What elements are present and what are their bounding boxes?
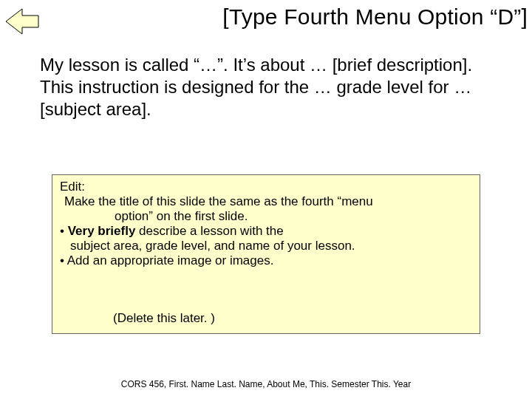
note-bullet: • Add an appropriate image or images. <box>60 253 472 268</box>
footer-text: CORS 456, First. Name Last. Name, About … <box>0 379 532 389</box>
edit-note-box: Edit: Make the title of this slide the s… <box>52 174 480 334</box>
note-text: describe a lesson with the <box>135 224 283 238</box>
back-arrow-icon <box>6 7 40 35</box>
slide-title: [Type Fourth Menu Option “D”] <box>44 4 528 30</box>
note-line: option” on the first slide. <box>60 209 472 224</box>
bold-text: Very briefly <box>68 224 136 238</box>
note-bullet: • Very briefly describe a lesson with th… <box>60 224 472 239</box>
body-paragraph: My lesson is called “…”. It’s about … [b… <box>40 54 510 120</box>
svg-marker-0 <box>6 9 38 34</box>
note-line: subject area, grade level, and name of y… <box>60 239 472 253</box>
delete-later-text: (Delete this later. ) <box>113 311 215 326</box>
bullet-marker: • <box>60 224 68 238</box>
edit-label: Edit: <box>60 180 472 194</box>
back-arrow-button[interactable] <box>6 7 40 35</box>
note-line: Make the title of this slide the same as… <box>60 194 472 209</box>
